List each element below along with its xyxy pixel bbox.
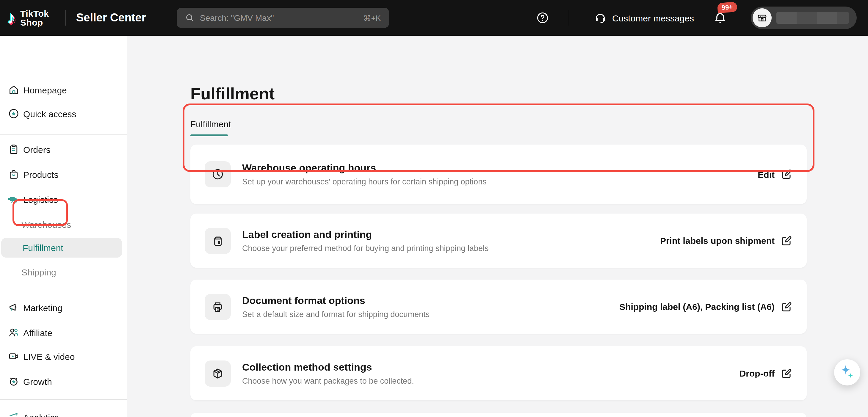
label-icon [205, 228, 231, 254]
account-name-redacted [776, 12, 849, 24]
tiktok-shop-logo[interactable]: ♪ TikTok Shop [7, 0, 49, 36]
help-button[interactable] [536, 11, 549, 27]
video-camera-icon [8, 350, 20, 362]
clock-icon [205, 161, 231, 187]
products-icon [8, 168, 20, 180]
sidebar-item-affiliate[interactable]: Affiliate [0, 324, 127, 341]
search-icon [185, 13, 194, 23]
growth-icon [8, 375, 20, 387]
search-shortcut: ⌘+K [363, 13, 381, 22]
megaphone-icon [8, 301, 20, 314]
ai-assistant-button[interactable] [834, 359, 860, 385]
card-receipt-generation: Receipt generation method Receipt genera… [190, 413, 807, 417]
sidebar-nav: Homepage Quick access Orders [0, 36, 127, 417]
edit-icon [780, 168, 793, 180]
card-label-creation: Label creation and printing Choose your … [190, 214, 807, 268]
analytics-icon [8, 411, 20, 417]
sidebar-divider [0, 290, 127, 290]
customer-messages-label: Customer messages [612, 13, 694, 23]
notification-count-badge: 99+ [717, 2, 737, 13]
global-search-input[interactable]: Search: "GMV Max" ⌘+K [177, 8, 389, 28]
edit-warehouse-hours-button[interactable]: Edit [757, 168, 793, 180]
storefront-icon [757, 12, 768, 23]
headset-icon [594, 11, 607, 24]
package-icon [205, 360, 231, 386]
account-menu[interactable] [751, 6, 857, 29]
sidebar-item-orders[interactable]: Orders [0, 141, 127, 158]
card-title: Collection method settings [242, 361, 414, 373]
edit-icon [780, 301, 793, 313]
edit-icon [780, 235, 793, 247]
truck-icon [8, 193, 20, 205]
search-placeholder: Search: "GMV Max" [200, 13, 358, 23]
sidebar-divider [0, 134, 127, 135]
sidebar-item-warehouses[interactable]: Warehouses [0, 216, 127, 233]
home-icon [8, 84, 20, 96]
edit-collection-method-button[interactable]: Drop-off [740, 367, 793, 379]
card-subtitle: Choose your preferred method for buying … [242, 244, 489, 253]
card-collection-method: Collection method settings Choose how yo… [190, 346, 807, 400]
tab-fulfillment[interactable]: Fulfillment [190, 119, 231, 129]
sidebar-divider [0, 399, 127, 400]
sidebar-item-fulfillment[interactable]: Fulfillment [1, 238, 122, 258]
notifications-button[interactable] [713, 11, 727, 27]
sparkle-icon [838, 363, 856, 381]
sidebar-item-live-video[interactable]: LIVE & video [0, 348, 127, 365]
card-title: Warehouse operating hours [242, 162, 487, 174]
sidebar-item-growth[interactable]: Growth [0, 373, 127, 390]
card-warehouse-operating-hours: Warehouse operating hours Set up your wa… [190, 145, 807, 204]
page-title: Fulfillment [190, 85, 275, 103]
card-subtitle: Choose how you want packages to be colle… [242, 376, 414, 385]
sidebar-item-shipping[interactable]: Shipping [0, 263, 127, 280]
edit-icon [780, 367, 793, 379]
help-icon [536, 11, 549, 24]
edit-label-printing-button[interactable]: Print labels upon shipment [660, 235, 793, 247]
card-subtitle: Set a default size and format for shippi… [242, 310, 430, 319]
brand-name: TikTok Shop [20, 9, 49, 27]
card-document-format: Document format options Set a default si… [190, 280, 807, 334]
tab-active-underline [190, 134, 228, 136]
bell-icon [713, 11, 727, 25]
orders-icon [8, 143, 20, 155]
card-title: Label creation and printing [242, 229, 489, 240]
main-content: Fulfillment Fulfillment Warehouse operat… [127, 36, 868, 417]
sidebar-item-logistics[interactable]: Logistics [0, 191, 127, 207]
printer-icon [205, 294, 231, 320]
sidebar-item-marketing[interactable]: Marketing [0, 299, 127, 316]
topbar-divider [569, 10, 569, 26]
top-bar: ♪ TikTok Shop Seller Center Search: "GMV… [0, 0, 868, 36]
sidebar-item-quick-access[interactable]: Quick access [0, 105, 127, 122]
quick-access-icon [8, 108, 20, 120]
avatar [752, 8, 772, 27]
sidebar-item-homepage[interactable]: Homepage [0, 82, 127, 98]
product-name: Seller Center [76, 0, 146, 36]
edit-document-format-button[interactable]: Shipping label (A6), Packing list (A6) [619, 301, 793, 313]
customer-messages-button[interactable]: Customer messages [594, 0, 694, 36]
card-subtitle: Set up your warehouses' operating hours … [242, 177, 487, 186]
tiktok-note-icon: ♪ [7, 9, 16, 27]
sidebar-item-analytics[interactable]: Analytics [0, 409, 127, 417]
topbar-divider [65, 10, 66, 26]
card-title: Document format options [242, 295, 430, 307]
affiliate-users-icon [8, 327, 20, 339]
sidebar-item-products[interactable]: Products [0, 166, 127, 183]
